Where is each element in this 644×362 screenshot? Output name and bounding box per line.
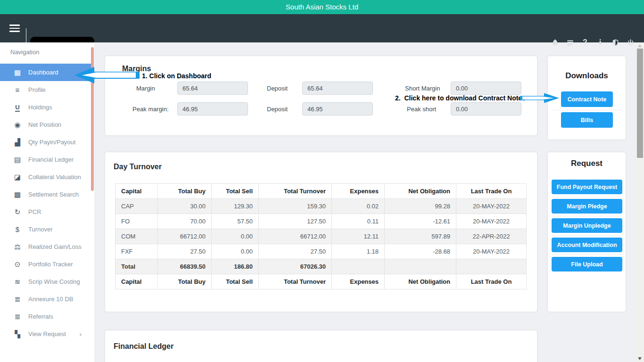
referrals-icon: ≣ <box>13 313 22 321</box>
table-cell: 22-APR-2022 <box>456 229 527 244</box>
qty-payin-payout-icon: ▟ <box>13 138 22 147</box>
sidebar-item-turnover[interactable]: $Turnover <box>0 221 91 238</box>
table-cell: FXF <box>116 244 158 259</box>
margin-unpledge-button[interactable]: Margin Unpledge <box>552 218 622 233</box>
sidebar-item-settlement-search[interactable]: ▩Settlement Search <box>0 186 91 203</box>
sidebar-item-label: View Request <box>28 330 66 337</box>
table-cell <box>385 259 456 274</box>
sidebar-item-referrals[interactable]: ≣Referrals <box>0 308 91 325</box>
scroll-up-icon[interactable] <box>638 44 642 47</box>
contract-note-button[interactable]: Contract Note <box>561 91 613 107</box>
table-cell: 67026.30 <box>259 259 332 274</box>
bell-icon[interactable] <box>551 38 559 47</box>
sidebar-item-label: Dashboard <box>28 69 58 76</box>
downloads-title: Downloads <box>548 71 626 81</box>
table-cell: 30.00 <box>158 199 212 214</box>
sidebar-item-portfolio-tracker[interactable]: ⊙Portfolio Tracker <box>0 255 91 273</box>
table-footer-header-row: CapitalTotal BuyTotal SellTotal Turnover… <box>116 274 527 289</box>
table-cell: 159.30 <box>259 199 332 214</box>
table-cell: Total Buy <box>158 274 212 289</box>
table-cell <box>456 259 527 274</box>
sidebar-item-annexure-10-db[interactable]: ≣Annexure 10 DB <box>0 290 91 308</box>
sidebar-item-label: Financial Ledger <box>28 156 74 163</box>
annotation-step-1: 1. Click on Dashboard <box>142 72 211 80</box>
button-divider <box>552 110 622 110</box>
table-cell: 27.50 <box>158 244 212 259</box>
table-cell: Total Turnover <box>259 274 332 289</box>
sidebar-item-view-request[interactable]: ▚View Request› <box>0 325 91 343</box>
margin-input[interactable] <box>177 82 248 95</box>
table-cell: 57.50 <box>212 214 259 229</box>
bills-button[interactable]: Bills <box>561 112 613 128</box>
table-cell: COM <box>116 229 158 244</box>
table-cell: Net Obligation <box>385 274 456 289</box>
short-margin-input[interactable] <box>451 82 521 95</box>
peak-short-label: Peak short <box>407 106 436 113</box>
table-cell: 129.30 <box>212 199 259 214</box>
sidebar-item-label: Qty Payin/Payout <box>28 139 75 146</box>
peak-deposit-input[interactable] <box>302 102 373 115</box>
table-cell: 0.02 <box>332 199 385 214</box>
column-header: Net Obligation <box>385 184 456 199</box>
table-cell: 0.00 <box>212 244 259 259</box>
annotation-arrow-1 <box>74 66 140 84</box>
sidebar-item-scrip-wise-costing[interactable]: ≋Scrip Wise Costing <box>0 273 91 290</box>
sidebar-menu: ▦Dashboard≡ProfileUHoldings◉Net Position… <box>0 64 91 343</box>
deposit-label: Deposit <box>267 85 288 92</box>
sidebar-item-label: PCR <box>28 208 41 215</box>
table-cell: 27.50 <box>259 244 332 259</box>
request-panel: Request Fund Payout RequestMargin Pledge… <box>547 152 626 312</box>
table-cell <box>332 259 385 274</box>
sidebar-item-label: Scrip Wise Costing <box>28 278 80 285</box>
table-cell: 20-MAY-2022 <box>456 214 527 229</box>
column-header: Last Trade On <box>456 184 527 199</box>
financial-ledger-panel: Financial Ledger <box>105 330 537 362</box>
table-row: FXF27.500.0027.501.18-28.6820-MAY-2022 <box>116 244 527 259</box>
table-cell: 20-MAY-2022 <box>456 244 527 259</box>
topbar: South Asian Stocks Ltd <box>0 0 644 14</box>
sidebar-item-label: Profile <box>28 86 46 93</box>
help-icon[interactable]: ? <box>581 38 589 47</box>
margin-pledge-button[interactable]: Margin Pledge <box>552 199 622 214</box>
sidebar-item-label: Referrals <box>28 313 53 320</box>
sidebar-item-realized-gain-loss[interactable]: ⚖Realized Gain/Loss <box>0 238 91 255</box>
peak-short-input[interactable] <box>451 102 521 115</box>
menu-lines-icon[interactable] <box>566 38 574 47</box>
scroll-down-icon[interactable] <box>638 357 642 360</box>
sidebar-item-qty-payin-payout[interactable]: ▟Qty Payin/Payout <box>0 133 91 151</box>
sidebar-item-holdings[interactable]: UHoldings <box>0 99 91 116</box>
chevron-right-icon: › <box>79 330 82 338</box>
margin-label: Margin <box>136 85 155 92</box>
shield-icon[interactable] <box>611 38 619 47</box>
day-turnover-table: CapitalTotal BuyTotal SellTotal Turnover… <box>115 183 527 289</box>
deposit-input[interactable] <box>302 82 373 95</box>
peak-margin-input[interactable] <box>177 102 248 115</box>
sidebar-item-collateral-valuation[interactable]: ◪Collateral Valuation <box>0 168 91 186</box>
net-position-icon: ◉ <box>13 121 22 129</box>
table-cell: Total Sell <box>212 274 259 289</box>
pcr-icon: ↻ <box>13 208 22 216</box>
account-modification-button[interactable]: Account Modification <box>552 238 622 252</box>
page-scrollbar-thumb[interactable] <box>637 49 643 158</box>
settlement-search-icon: ▩ <box>13 190 22 199</box>
info-icon[interactable]: i <box>596 38 604 47</box>
hamburger-menu-icon[interactable] <box>9 25 20 32</box>
peak-deposit-label: Deposit <box>267 106 288 113</box>
page-scrollbar[interactable] <box>636 42 644 362</box>
sidebar-item-pcr[interactable]: ↻PCR <box>0 203 91 221</box>
sidebar-item-label: Turnover <box>28 226 53 233</box>
financial-ledger-icon: ▤ <box>13 156 22 164</box>
portfolio-tracker-icon: ⊙ <box>13 260 22 269</box>
file-upload-button[interactable]: File Upload <box>552 257 622 272</box>
table-row: COM66712.000.0066712.0012.11597.8922-APR… <box>116 229 527 244</box>
button-divider <box>552 235 622 236</box>
peak-margin-label: Peak margin: <box>132 106 169 113</box>
power-icon[interactable] <box>626 38 635 47</box>
table-cell: CAP <box>116 199 158 214</box>
collateral-valuation-icon: ◪ <box>13 173 22 181</box>
fund-payout-request-button[interactable]: Fund Payout Request <box>552 180 622 194</box>
sidebar-item-financial-ledger[interactable]: ▤Financial Ledger <box>0 151 91 168</box>
table-cell: 70.00 <box>158 214 212 229</box>
table-cell: 186.80 <box>212 259 259 274</box>
sidebar-item-net-position[interactable]: ◉Net Position <box>0 116 91 133</box>
